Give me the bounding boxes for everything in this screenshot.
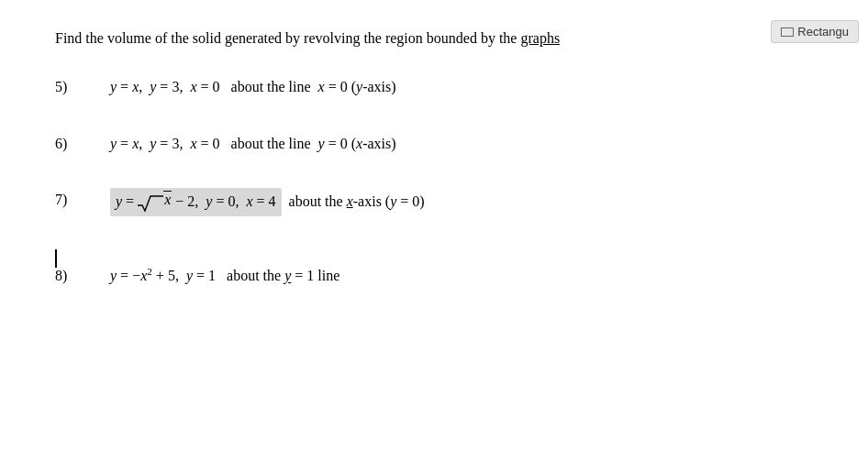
intro-text: Find the volume of the solid generated b… bbox=[55, 28, 813, 50]
problem-8-number: 8) bbox=[55, 264, 110, 288]
problem-7-highlight: y = x − 2, y = 0, x = 4 bbox=[110, 188, 282, 216]
problem-6-content: y = x, y = 3, x = 0 about the line y = 0… bbox=[110, 132, 396, 156]
text-cursor bbox=[55, 249, 57, 268]
problem-8: 8) y = −x2 + 5, y = 1 about the y = 1 li… bbox=[55, 264, 813, 288]
x-underline: x bbox=[347, 193, 353, 209]
intro-main: Find the volume of the solid generated b… bbox=[55, 30, 520, 46]
problem-6-number: 6) bbox=[55, 132, 110, 156]
problem-7-content: y = x − 2, y = 0, x = 4 about the x-axis… bbox=[110, 188, 425, 216]
page: Rectangu Find the volume of the solid ge… bbox=[0, 0, 868, 348]
rectangle-label: Rectangu bbox=[797, 25, 849, 38]
intro-graphs-underline: graphs bbox=[520, 30, 560, 46]
problem-5-content: y = x, y = 3, x = 0 about the line x = 0… bbox=[110, 75, 396, 99]
rectangle-icon bbox=[781, 28, 794, 37]
y-underline: y bbox=[284, 269, 291, 284]
cursor-area bbox=[55, 249, 813, 258]
problem-6: 6) y = x, y = 3, x = 0 about the line y … bbox=[55, 132, 813, 156]
problem-8-content: y = −x2 + 5, y = 1 about the y = 1 line bbox=[110, 264, 339, 288]
rectangle-button[interactable]: Rectangu bbox=[771, 20, 859, 43]
problem-7-number: 7) bbox=[55, 188, 110, 212]
problem-5: 5) y = x, y = 3, x = 0 about the line x … bbox=[55, 75, 813, 99]
problem-5-number: 5) bbox=[55, 75, 110, 99]
problem-7: 7) y = x − 2, y = 0, x = 4 about the x-a… bbox=[55, 188, 813, 216]
sqrt-icon bbox=[138, 194, 163, 213]
